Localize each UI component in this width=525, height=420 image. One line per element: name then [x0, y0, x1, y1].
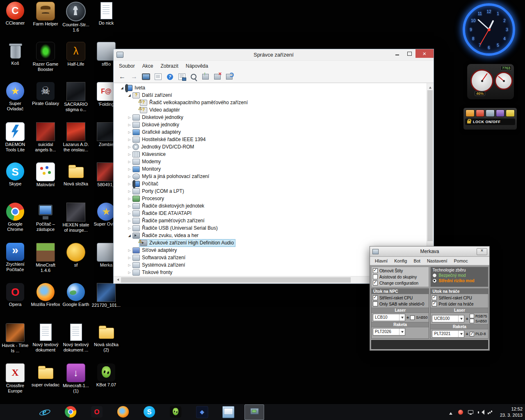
list-view-icon[interactable]	[153, 72, 163, 82]
tree-expand-arrow[interactable]	[127, 204, 132, 208]
tree-item-body[interactable]: Síťové adaptéry	[132, 247, 178, 254]
tree-expand-arrow[interactable]	[127, 167, 132, 171]
menu-item[interactable]: Nápověda	[182, 62, 212, 70]
lock-button-yellow[interactable]	[506, 110, 515, 117]
menu-item[interactable]: Nastavení	[424, 258, 451, 264]
tree-item[interactable]: Grafické adaptéry	[114, 128, 427, 136]
tree-item-body[interactable]: Řadič velkokapacitního paměťového zaříze…	[139, 99, 249, 106]
tree-item-body[interactable]: Myši a jiná polohovací zařízení	[132, 173, 210, 180]
menu-item[interactable]: Hlavní	[372, 258, 391, 264]
tree-item-body[interactable]: Video adaptér	[139, 107, 181, 114]
tree-expand-arrow[interactable]	[127, 145, 132, 149]
maximize-button[interactable]	[403, 49, 415, 58]
tree-item-body[interactable]: Grafické adaptéry	[132, 129, 182, 136]
taskbar-clock[interactable]: 12:52 23. 3. 2013	[497, 406, 523, 418]
tree-item[interactable]: Řadiče zvuku, videa a her	[114, 232, 427, 239]
desktop-icon[interactable]: Mozilla Firefox	[31, 283, 60, 323]
npc-laser-select[interactable]: LCB10	[373, 314, 405, 321]
tree-item[interactable]: Monitory	[114, 165, 427, 173]
tree-item-body[interactable]: Softwarová zařízení	[132, 254, 187, 261]
tree-item-body[interactable]: Klávesnice	[132, 151, 167, 158]
minimize-button[interactable]	[391, 49, 403, 58]
tree-expand-arrow[interactable]	[127, 197, 132, 201]
desktop-icon[interactable]: Nový textový dokument	[31, 323, 60, 363]
merkava-radio[interactable]: Bezpečný mod	[432, 273, 486, 278]
merkava-checkbox[interactable]: Obnovit Štíty	[373, 268, 427, 273]
tree-item-body[interactable]: Systémová zařízení	[132, 262, 186, 269]
desktop-icon[interactable]: SACRARIO stigma o...	[61, 82, 91, 122]
cpu-meter-gadget[interactable]: 46% 7763	[467, 64, 514, 100]
tree-expand-arrow[interactable]	[127, 182, 132, 186]
tree-item[interactable]: Řadiče paměťových zařízení	[114, 217, 427, 224]
tree-expand-arrow[interactable]	[127, 271, 132, 274]
desktop-icon[interactable]: Pirate Galaxy	[31, 82, 60, 122]
tree-item[interactable]: Klávesnice	[114, 151, 427, 158]
tree-item-body[interactable]: Porty (COM a LPT)	[132, 188, 185, 195]
desktop-icon[interactable]: super ovladac	[31, 363, 60, 404]
tree-item-body[interactable]: Tiskové fronty	[132, 269, 173, 276]
uninstall-icon[interactable]	[212, 72, 223, 82]
scrollbar-thumb[interactable]	[427, 90, 433, 241]
menu-item[interactable]: Zobrazit	[157, 62, 182, 70]
tree-expand-arrow[interactable]	[127, 256, 132, 260]
taskbar-item[interactable]	[166, 404, 185, 420]
tree-item-body[interactable]: Monitory	[132, 166, 162, 173]
taskbar-item[interactable]	[113, 404, 133, 420]
lock-button-steel[interactable]	[486, 110, 495, 117]
desktop-icon[interactable]: Do nick	[91, 2, 121, 42]
merkava-checkbox[interactable]: Střílení-raket CPU	[373, 295, 427, 300]
tree-expand-arrow[interactable]	[127, 160, 132, 164]
tree-item[interactable]: Řadič velkokapacitního paměťového zaříze…	[114, 99, 427, 106]
desktop-icon[interactable]: Razer Game Booster	[31, 42, 60, 82]
tree-item-body[interactable]: Další zařízení	[132, 92, 173, 99]
desktop-icon[interactable]: suicidal angels b...	[31, 122, 60, 162]
console-root-icon[interactable]	[141, 72, 151, 82]
tree-expand-arrow[interactable]	[127, 249, 132, 252]
desktop-icon[interactable]: Skype	[0, 162, 30, 203]
taskbar-item[interactable]	[34, 404, 54, 420]
desktop-icon[interactable]: Half-Life	[61, 42, 91, 82]
merkava-checkbox[interactable]: Střílení-raket CPU	[432, 295, 487, 300]
merkava-checkbox[interactable]: SAB50	[410, 315, 427, 320]
merkava-radio[interactable]: Střední riziko mod	[432, 278, 486, 283]
desktop-icon[interactable]: Zrychlení Počítače	[0, 243, 30, 283]
taskbar-item[interactable]	[244, 404, 264, 420]
tree-item-body[interactable]: Řadiče USB (Universal Serial Bus)	[132, 225, 219, 232]
tree-item[interactable]: Modemy	[114, 158, 427, 165]
scrollbar-thumb[interactable]	[121, 277, 351, 283]
tree-item[interactable]: Počítač	[114, 180, 427, 187]
menu-item[interactable]: Akce	[139, 62, 157, 70]
tree-item[interactable]: Procesory	[114, 195, 427, 202]
menu-item[interactable]: Pomoc	[450, 258, 471, 264]
back-icon[interactable]	[117, 72, 128, 82]
tree-item[interactable]: Řadiče IDE ATA/ATAPI	[114, 210, 427, 217]
merkava-checkbox[interactable]: RSB75	[470, 314, 487, 318]
scan-icon[interactable]	[188, 72, 199, 82]
tree-expand-arrow[interactable]	[127, 226, 132, 230]
menu-item[interactable]: Soubor	[115, 62, 139, 70]
volume-icon[interactable]	[477, 409, 484, 415]
desktop-icon[interactable]: Malování	[31, 162, 60, 203]
desktop-icon[interactable]: Opera	[0, 283, 30, 323]
desktop-icon[interactable]: CCleaner	[0, 2, 30, 42]
desktop-icon[interactable]: Farm Helper	[31, 2, 60, 42]
tree-item-body[interactable]: Počítač	[132, 180, 160, 187]
desktop-icon[interactable]: Havok - Time Is ...	[0, 323, 30, 363]
tree-expand-arrow[interactable]	[127, 130, 132, 134]
desktop-icon[interactable]: Google Chrome	[0, 203, 30, 243]
lock-button-orange[interactable]	[466, 110, 475, 117]
hidden-icons-arrow[interactable]	[448, 409, 454, 415]
desktop-icon[interactable]: Nový textový dokument ...	[61, 323, 91, 363]
desktop-icon[interactable]: Counter-Str... 1.6	[61, 2, 91, 42]
tree-item-body[interactable]: Zvukové zařízení High Definition Audio	[139, 240, 235, 247]
tree-item[interactable]: Iveta	[114, 84, 427, 91]
taskbar-item[interactable]	[139, 404, 159, 420]
desktop-icon[interactable]: Nová složka	[61, 162, 91, 203]
tree-expand-arrow[interactable]	[127, 175, 132, 178]
tree-item[interactable]: Hostitelské řadiče IEEE 1394	[114, 136, 427, 143]
merkava-checkbox[interactable]: Change configuration	[373, 281, 427, 285]
lock-gadget[interactable]: LOCK ON/OFF	[463, 107, 517, 130]
tree-expand-arrow[interactable]	[127, 116, 132, 119]
tree-item[interactable]: Myši a jiná polohovací zařízení	[114, 173, 427, 180]
menu-item[interactable]: Konfig	[391, 258, 410, 264]
